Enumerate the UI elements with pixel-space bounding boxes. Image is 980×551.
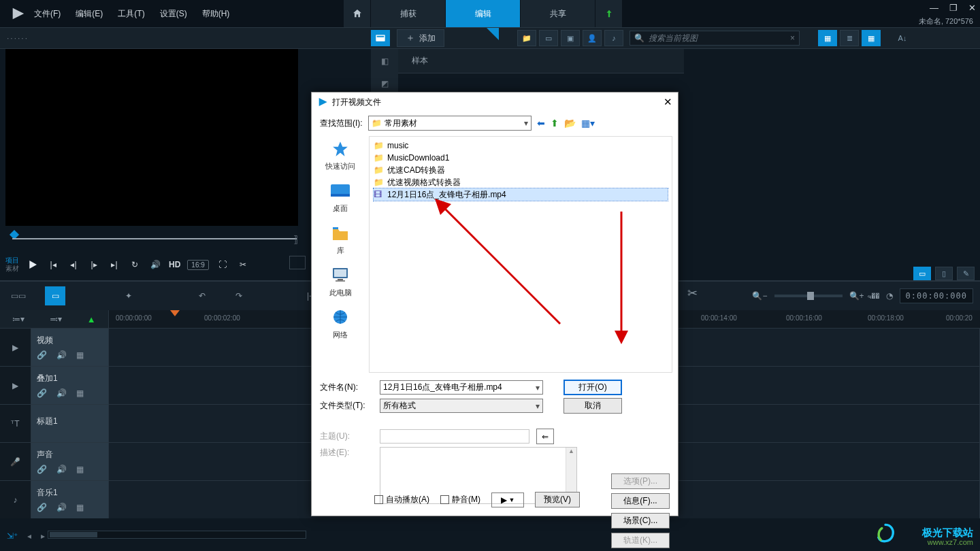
undo-button[interactable]: ↶ [192, 286, 212, 305]
place-desktop[interactable]: 桌面 [328, 181, 353, 214]
goto-end-button[interactable]: ▸| [108, 258, 121, 271]
library-tab-icon[interactable] [371, 30, 390, 46]
grid-icon[interactable]: ▦ [76, 388, 84, 398]
volume-icon[interactable]: 🔊 [56, 465, 67, 474]
open-button[interactable]: 打开(O) [564, 380, 622, 395]
chevron-down-icon[interactable]: ▾ [536, 401, 540, 411]
track-button[interactable]: 轨道(K)... [611, 533, 670, 548]
loop-button[interactable]: ↻ [128, 258, 142, 271]
hscroll-thumb[interactable] [50, 532, 97, 537]
panel-mode-2[interactable]: ▯ [935, 267, 953, 280]
place-net[interactable]: 网络 [328, 307, 353, 340]
fit-icon[interactable]: �ླ� [871, 291, 879, 301]
hd-toggle[interactable]: HD [169, 260, 180, 269]
scroll-left-icon[interactable]: ◂ [27, 531, 31, 541]
look-in-combo[interactable]: 📁 常用素材 ▾ [368, 116, 532, 131]
place-lib[interactable]: 库 [328, 223, 353, 256]
playhead-icon[interactable] [170, 310, 180, 316]
filter-video-icon[interactable]: ▭ [539, 30, 558, 46]
window-close[interactable]: ✕ [968, 3, 976, 13]
scroll-up-icon[interactable]: ▲ [568, 448, 574, 454]
tab-share[interactable]: 共享 [521, 0, 595, 27]
tab-edit[interactable]: 编辑 [446, 0, 521, 27]
fullscreen-button[interactable]: ⛶ [216, 258, 229, 271]
library-side-icon[interactable]: ◧ [371, 49, 398, 73]
panel-mode-edit[interactable]: ✎ [957, 267, 975, 280]
next-frame-button[interactable]: |▸ [87, 258, 101, 271]
add-media-button[interactable]: ＋ 添加 [397, 29, 444, 47]
mode-material[interactable]: 素材 [5, 265, 19, 273]
mute-button[interactable]: 🔊 [148, 258, 162, 271]
menu-help[interactable]: 帮助(H) [202, 8, 230, 20]
chevron-down-icon[interactable]: ▾ [524, 118, 528, 128]
play-button[interactable] [26, 258, 39, 271]
place-quick[interactable]: 快速访问 [325, 139, 355, 171]
view-thumbs-icon[interactable]: ▦ [818, 30, 837, 46]
menu-tools[interactable]: 工具(T) [118, 8, 144, 20]
grid-icon[interactable]: ▦ [76, 350, 84, 360]
subject-input[interactable] [380, 429, 529, 444]
nav-back-icon[interactable]: ⬅ [537, 118, 545, 129]
file-item-selected[interactable]: 🎞12月1日16点_友锋电子相册.mp4 [374, 188, 668, 201]
volume-icon[interactable]: 🔊 [56, 503, 67, 512]
tracklist-icon[interactable]: ≔▾ [12, 314, 24, 324]
autoplay-checkbox[interactable]: 自动播放(A) [374, 494, 429, 505]
options-button[interactable]: 选项(P)... [611, 473, 670, 489]
scene-button[interactable]: 场景(C)... [611, 513, 670, 529]
menu-file[interactable]: 文件(F) [34, 8, 61, 20]
tab-export[interactable] [595, 0, 623, 27]
track-music-header[interactable]: 音乐1 🔗🔊▦ [31, 481, 109, 518]
folder-open-icon[interactable]: 📁 [517, 30, 536, 46]
split-button[interactable]: ✂ [236, 258, 250, 271]
file-item-folder[interactable]: 📁MusicDownload1 [374, 152, 668, 164]
track-video-header[interactable]: 视频 🔗🔊▦ [31, 329, 109, 366]
window-restore[interactable]: ❐ [949, 3, 958, 13]
file-item-folder[interactable]: 📁优速CAD转换器 [374, 164, 668, 176]
nav-newfolder-icon[interactable]: 📂 [564, 118, 576, 129]
scroll-right-icon[interactable]: ▸ [41, 531, 45, 541]
place-pc[interactable]: 此电脑 [328, 265, 353, 298]
mode-project[interactable]: 项目 [5, 256, 19, 265]
prev-frame-button[interactable]: ◂| [67, 258, 80, 271]
filter-photo-icon[interactable]: ▣ [561, 30, 580, 46]
nav-up-icon[interactable]: ⬆ [551, 118, 559, 129]
preview-button[interactable]: 预览(V) [535, 492, 580, 507]
goto-start-button[interactable]: |◂ [46, 258, 60, 271]
scissors-icon[interactable]: ✂ [687, 286, 698, 301]
clock-icon[interactable]: ◔ [886, 291, 893, 301]
track-voice-header[interactable]: 声音 🔗🔊▦ [31, 443, 109, 480]
timeline-timecode[interactable]: 0:00:00:000 [900, 288, 973, 303]
pin-icon[interactable] [487, 28, 499, 40]
tracklist-icon2[interactable]: ≕▾ [50, 314, 62, 324]
track-music-icon[interactable]: ♪ [0, 481, 31, 518]
zoom-in-icon[interactable]: 🔍+ [849, 291, 864, 301]
link-icon[interactable]: 🔗 [37, 465, 47, 474]
file-item-folder[interactable]: 📁优速视频格式转换器 [374, 176, 668, 188]
aspect-label[interactable]: 16:9 [187, 260, 208, 270]
volume-icon[interactable]: 🔊 [56, 388, 67, 398]
preview-play-button[interactable]: ▶ ▼ [491, 492, 524, 507]
track-title-icon[interactable]: ᵀT [0, 405, 31, 442]
chevron-down-icon[interactable]: ▾ [536, 383, 540, 393]
info-button[interactable]: 信息(F)... [611, 493, 670, 509]
menu-edit[interactable]: 编辑(E) [76, 8, 103, 20]
menu-settings[interactable]: 设置(S) [160, 8, 187, 20]
mute-checkbox[interactable]: 静音(M) [440, 494, 480, 505]
tab-home[interactable] [344, 0, 371, 27]
track-overlay-header[interactable]: 叠加1 🔗🔊▦ [31, 367, 109, 404]
filetype-combo[interactable]: 所有格式▾ [380, 399, 543, 413]
zoom-knob[interactable] [807, 292, 814, 300]
track-title-header[interactable]: 标题1 [31, 405, 109, 442]
volume-icon[interactable]: 🔊 [56, 350, 67, 360]
storyboard-view-icon[interactable]: ▭▭ [8, 286, 29, 305]
filename-combo[interactable]: 12月1日16点_友锋电子相册.mp4▾ [380, 380, 543, 395]
link-icon[interactable]: 🔗 [37, 388, 47, 398]
file-list[interactable]: 📁music 📁MusicDownload1 📁优速CAD转换器 📁优速视频格式… [369, 136, 672, 373]
zoom-slider[interactable] [774, 295, 843, 297]
filter-person-icon[interactable]: 👤 [583, 30, 602, 46]
preview-scrubber[interactable]: ⟧ [5, 231, 298, 245]
view-list-icon[interactable]: ≣ [840, 30, 859, 46]
sort-icon[interactable]: A↓ [893, 30, 912, 46]
cancel-button[interactable]: 取消 [564, 398, 622, 414]
track-voice-icon[interactable]: 🎤 [0, 443, 31, 480]
